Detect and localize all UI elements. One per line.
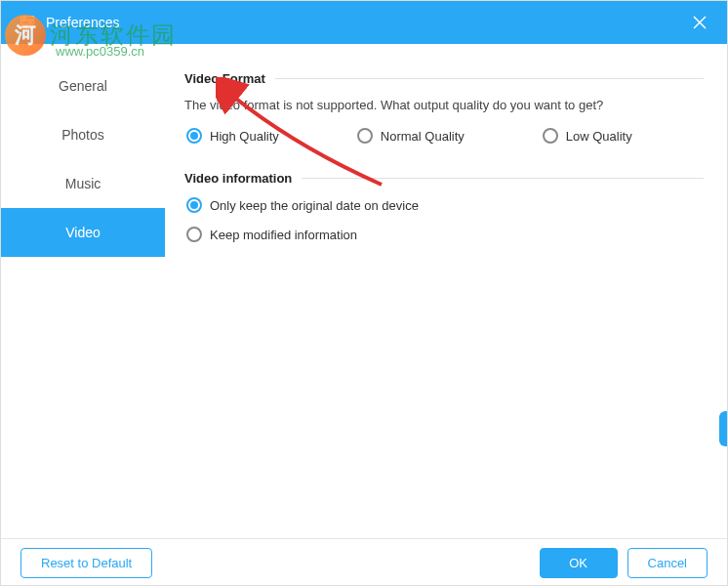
reset-to-default-button[interactable]: Reset to Default xyxy=(20,548,152,578)
sidebar-item-label: Music xyxy=(65,176,101,191)
sidebar-item-label: General xyxy=(59,78,107,94)
button-label: Cancel xyxy=(648,556,687,570)
radio-label: High Quality xyxy=(210,129,279,144)
radio-normal-quality[interactable]: Normal Quality xyxy=(357,128,465,144)
section-title-text: Video Format xyxy=(184,71,265,86)
close-button[interactable] xyxy=(690,13,709,32)
svg-point-4 xyxy=(29,21,31,23)
section-title-video-info: Video information xyxy=(184,171,704,186)
button-label: Reset to Default xyxy=(41,556,132,570)
radio-label: Only keep the original date on device xyxy=(210,198,419,213)
sidebar: General Photos Music Video xyxy=(1,44,165,538)
radio-icon xyxy=(186,128,202,144)
video-format-options: High Quality Normal Quality Low Quality xyxy=(184,128,704,144)
video-info-options: Only keep the original date on device Ke… xyxy=(184,197,704,242)
radio-icon xyxy=(357,128,373,144)
sidebar-item-general[interactable]: General xyxy=(1,62,165,110)
content-panel: Video Format The video format is not sup… xyxy=(165,44,727,538)
window-title: Preferences xyxy=(46,15,119,30)
svg-point-5 xyxy=(24,25,26,27)
sidebar-item-music[interactable]: Music xyxy=(1,159,165,208)
radio-label: Low Quality xyxy=(566,129,632,144)
radio-keep-modified-info[interactable]: Keep modified information xyxy=(186,227,704,242)
sidebar-item-photos[interactable]: Photos xyxy=(1,110,165,159)
preferences-icon xyxy=(19,14,36,31)
button-label: OK xyxy=(569,556,587,570)
footer-right: OK Cancel xyxy=(540,548,708,578)
sidebar-item-label: Video xyxy=(65,225,101,240)
video-format-description: The video format is not supported. What … xyxy=(184,98,704,112)
sidebar-item-label: Photos xyxy=(61,127,104,143)
titlebar: Preferences xyxy=(1,1,727,44)
sidebar-item-video[interactable]: Video xyxy=(1,208,165,257)
cancel-button[interactable]: Cancel xyxy=(627,548,708,578)
radio-icon xyxy=(543,128,558,144)
main-container: General Photos Music Video Video Format … xyxy=(1,44,727,538)
side-handle[interactable] xyxy=(719,411,727,446)
footer: Reset to Default OK Cancel xyxy=(1,538,727,586)
section-title-video-format: Video Format xyxy=(184,71,704,86)
radio-icon xyxy=(186,197,202,213)
radio-icon xyxy=(186,227,202,242)
close-icon xyxy=(692,15,708,30)
radio-label: Keep modified information xyxy=(210,228,357,242)
ok-button[interactable]: OK xyxy=(540,548,618,578)
radio-label: Normal Quality xyxy=(381,129,465,144)
titlebar-left: Preferences xyxy=(19,14,119,31)
radio-high-quality[interactable]: High Quality xyxy=(186,128,279,144)
section-title-text: Video information xyxy=(184,171,292,186)
radio-low-quality[interactable]: Low Quality xyxy=(543,128,632,144)
svg-point-3 xyxy=(23,17,25,19)
radio-keep-original-date[interactable]: Only keep the original date on device xyxy=(186,197,704,213)
